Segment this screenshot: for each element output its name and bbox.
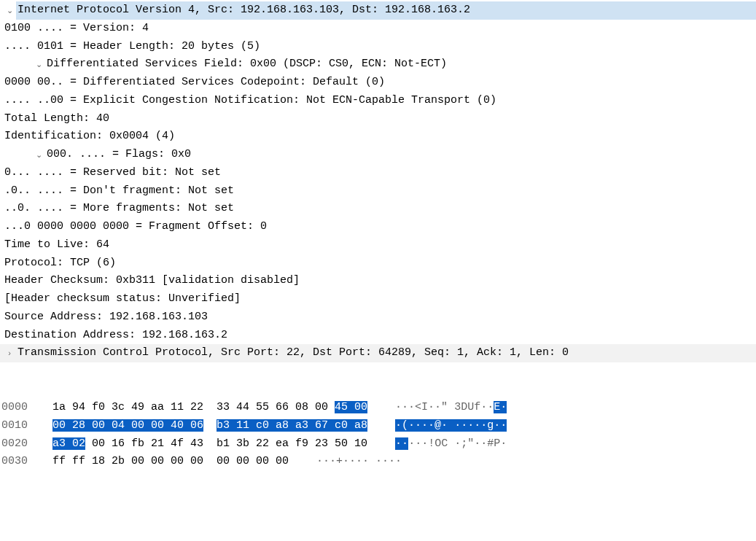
packet-bytes-pane[interactable]: 0000 1a 94 f0 3c 49 aa 11 22 33 44 55 66… xyxy=(0,399,756,471)
mf-label: ..0. .... = More fragments: Not set xyxy=(3,200,756,218)
reserved-row[interactable]: 0... .... = Reserved bit: Not set xyxy=(0,164,756,182)
srcaddr-row[interactable]: Source Address: 192.168.163.103 xyxy=(0,308,756,327)
ident-label: Identification: 0x0004 (4) xyxy=(3,128,756,146)
hex-offset: 0010 xyxy=(0,417,52,435)
reserved-label: 0... .... = Reserved bit: Not set xyxy=(3,164,756,182)
hdrlen-row[interactable]: .... 0101 = Header Length: 20 bytes (5) xyxy=(0,38,756,56)
ipv4-header-row[interactable]: ⌄ Internet Protocol Version 4, Src: 192.… xyxy=(0,1,756,20)
version-label: 0100 .... = Version: 4 xyxy=(3,20,756,38)
mf-row[interactable]: ..0. .... = More fragments: Not set xyxy=(0,200,756,218)
chevron-down-icon[interactable]: ⌄ xyxy=(32,146,45,163)
ttl-row[interactable]: Time to Live: 64 xyxy=(0,236,756,254)
cksum-status-label: [Header checksum status: Unverified] xyxy=(3,290,756,308)
df-row[interactable]: .0.. .... = Don't fragment: Not set xyxy=(0,182,756,201)
dstaddr-row[interactable]: Destination Address: 192.168.163.2 xyxy=(0,327,756,345)
cksum-status-row[interactable]: [Header checksum status: Unverified] xyxy=(0,290,756,308)
hex-offset: 0020 xyxy=(0,435,52,454)
dsfield-row[interactable]: ⌄ Differentiated Services Field: 0x00 (D… xyxy=(0,55,756,74)
hex-bytes: ff ff 18 2b 00 00 00 00 00 00 00 00 xyxy=(52,453,289,471)
ttl-label: Time to Live: 64 xyxy=(3,236,756,254)
hex-bytes: a3 02 00 16 fb 21 4f 43 b1 3b 22 ea f9 2… xyxy=(52,435,367,454)
hex-row-0010[interactable]: 0010 00 28 00 04 00 00 40 06 b3 11 c0 a8… xyxy=(0,417,756,435)
hex-bytes: 00 28 00 04 00 00 40 06 b3 11 c0 a8 a3 6… xyxy=(52,417,367,435)
ecn-label: .... ..00 = Explicit Congestion Notifica… xyxy=(3,92,756,110)
version-row[interactable]: 0100 .... = Version: 4 xyxy=(0,20,756,38)
proto-label: Protocol: TCP (6) xyxy=(3,254,756,273)
packet-details-tree[interactable]: ⌄ Internet Protocol Version 4, Src: 192.… xyxy=(0,0,756,364)
srcaddr-label: Source Address: 192.168.163.103 xyxy=(3,308,756,327)
hex-row-0030[interactable]: 0030 ff ff 18 2b 00 00 00 00 00 00 00 00… xyxy=(0,453,756,471)
fragoff-row[interactable]: ...0 0000 0000 0000 = Fragment Offset: 0 xyxy=(0,218,756,236)
dstaddr-label: Destination Address: 192.168.163.2 xyxy=(3,327,756,345)
hex-ascii: ···+···· ···· xyxy=(289,453,402,471)
tcp-header-row[interactable]: › Transmission Control Protocol, Src Por… xyxy=(0,344,756,362)
hex-offset: 0000 xyxy=(0,399,52,417)
hex-row-0020[interactable]: 0020 a3 02 00 16 fb 21 4f 43 b1 3b 22 ea… xyxy=(0,435,756,454)
proto-row[interactable]: Protocol: TCP (6) xyxy=(0,254,756,273)
hex-ascii: ·(····@· ·····g·· xyxy=(367,417,507,435)
df-label: .0.. .... = Don't fragment: Not set xyxy=(3,182,756,201)
flags-row[interactable]: ⌄ 000. .... = Flags: 0x0 xyxy=(0,146,756,164)
hex-offset: 0030 xyxy=(0,453,52,471)
ecn-row[interactable]: .... ..00 = Explicit Congestion Notifica… xyxy=(0,92,756,110)
totallen-label: Total Length: 40 xyxy=(3,110,756,128)
chevron-right-icon[interactable]: › xyxy=(3,344,16,362)
cksum-row[interactable]: Header Checksum: 0xb311 [validation disa… xyxy=(0,272,756,290)
cksum-label: Header Checksum: 0xb311 [validation disa… xyxy=(3,272,756,290)
chevron-down-icon[interactable]: ⌄ xyxy=(3,1,16,19)
dscp-row[interactable]: 0000 00.. = Differentiated Services Code… xyxy=(0,74,756,92)
dscp-label: 0000 00.. = Differentiated Services Code… xyxy=(3,74,756,92)
flags-label: 000. .... = Flags: 0x0 xyxy=(45,146,756,164)
hex-bytes: 1a 94 f0 3c 49 aa 11 22 33 44 55 66 08 0… xyxy=(52,399,367,417)
hex-row-0000[interactable]: 0000 1a 94 f0 3c 49 aa 11 22 33 44 55 66… xyxy=(0,399,756,417)
hex-ascii: ·····!OC ·;"··#P· xyxy=(367,435,507,454)
fragoff-label: ...0 0000 0000 0000 = Fragment Offset: 0 xyxy=(3,218,756,236)
chevron-down-icon[interactable]: ⌄ xyxy=(32,55,45,73)
hdrlen-label: .... 0101 = Header Length: 20 bytes (5) xyxy=(3,38,756,56)
dsfield-label: Differentiated Services Field: 0x00 (DSC… xyxy=(45,55,756,74)
totallen-row[interactable]: Total Length: 40 xyxy=(0,110,756,128)
ident-row[interactable]: Identification: 0x0004 (4) xyxy=(0,128,756,146)
hex-ascii: ···<I··" 3DUf··E· xyxy=(367,399,507,417)
ipv4-header-label: Internet Protocol Version 4, Src: 192.16… xyxy=(16,1,756,20)
tcp-header-label: Transmission Control Protocol, Src Port:… xyxy=(16,344,756,362)
